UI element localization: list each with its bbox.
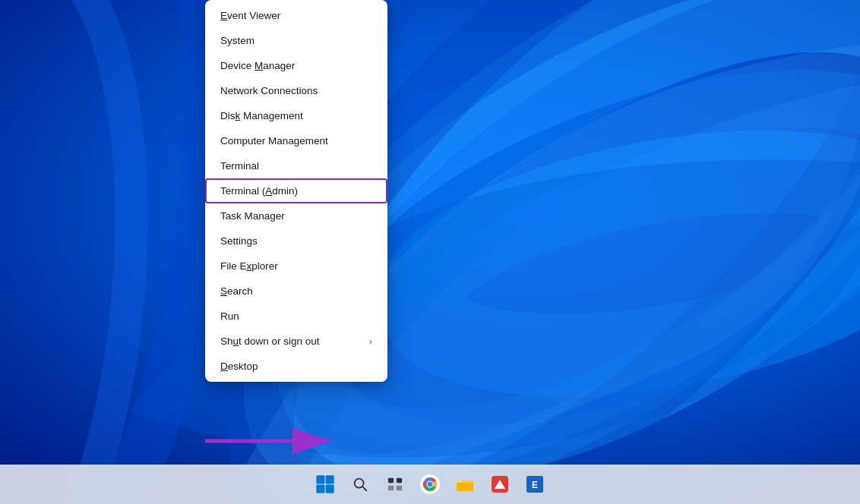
menu-item-label: Run bbox=[220, 310, 239, 322]
taskbar: E bbox=[0, 465, 860, 504]
menu-item-label: Event Viewer bbox=[220, 10, 280, 21]
file-explorer-button[interactable] bbox=[448, 468, 482, 501]
menu-item-disk-management[interactable]: Disk Management bbox=[205, 103, 387, 128]
menu-item-label: System bbox=[220, 35, 255, 46]
menu-item-device-manager[interactable]: Device Manager bbox=[205, 53, 387, 78]
menu-item-label: Settings bbox=[220, 235, 258, 247]
menu-item-label: Terminal (Admin) bbox=[220, 185, 298, 197]
menu-item-system[interactable]: System bbox=[205, 28, 387, 53]
menu-item-label: Shut down or sign out bbox=[220, 335, 320, 347]
menu-item-label: Task Manager bbox=[220, 210, 285, 222]
menu-item-computer-management[interactable]: Computer Management bbox=[205, 128, 387, 153]
menu-item-desktop[interactable]: Desktop bbox=[205, 354, 387, 379]
task-view-button[interactable] bbox=[378, 468, 412, 501]
file-explorer-icon bbox=[455, 474, 475, 494]
arrow-annotation bbox=[198, 414, 349, 463]
app2-button[interactable]: E bbox=[518, 468, 552, 501]
app1-button[interactable] bbox=[483, 468, 517, 501]
menu-item-label: Device Manager bbox=[220, 60, 295, 71]
menu-item-label: Disk Management bbox=[220, 110, 303, 121]
svg-rect-17 bbox=[397, 478, 402, 483]
app2-icon: E bbox=[525, 474, 545, 494]
search-icon bbox=[352, 476, 368, 493]
start-button[interactable] bbox=[308, 468, 342, 501]
menu-item-task-manager[interactable]: Task Manager bbox=[205, 203, 387, 228]
svg-rect-11 bbox=[326, 475, 334, 484]
menu-item-file-explorer[interactable]: File Explorer bbox=[205, 254, 387, 279]
menu-item-event-viewer[interactable]: Event Viewer bbox=[205, 3, 387, 28]
menu-item-label: Desktop bbox=[220, 361, 258, 372]
desktop: Event Viewer System Device Manager Netwo… bbox=[0, 0, 860, 504]
svg-rect-18 bbox=[388, 486, 394, 490]
search-button[interactable] bbox=[343, 468, 377, 501]
menu-item-search[interactable]: Search bbox=[205, 279, 387, 304]
svg-rect-13 bbox=[326, 485, 334, 493]
desktop-wallpaper bbox=[0, 0, 860, 504]
menu-item-terminal-admin[interactable]: Terminal (Admin) bbox=[205, 178, 387, 203]
menu-item-label: Network Connections bbox=[220, 85, 318, 96]
chrome-icon bbox=[420, 474, 440, 494]
menu-item-settings[interactable]: Settings bbox=[205, 228, 387, 254]
svg-point-23 bbox=[428, 482, 433, 487]
menu-item-label: Search bbox=[220, 285, 253, 297]
submenu-arrow-icon: › bbox=[369, 336, 372, 347]
menu-item-label: Terminal bbox=[220, 160, 259, 172]
chrome-button[interactable] bbox=[413, 468, 447, 501]
svg-text:E: E bbox=[532, 480, 538, 490]
task-view-icon bbox=[387, 476, 403, 493]
svg-rect-16 bbox=[388, 478, 394, 483]
svg-rect-12 bbox=[316, 485, 324, 493]
svg-rect-10 bbox=[316, 475, 324, 484]
windows-logo-icon bbox=[315, 474, 336, 495]
menu-item-label: File Explorer bbox=[220, 260, 278, 272]
menu-item-terminal[interactable]: Terminal bbox=[205, 153, 387, 178]
context-menu: Event Viewer System Device Manager Netwo… bbox=[205, 0, 387, 382]
taskbar-icons: E bbox=[308, 468, 552, 501]
menu-item-label: Computer Management bbox=[220, 135, 328, 146]
app1-icon bbox=[490, 474, 510, 494]
svg-rect-25 bbox=[457, 483, 473, 491]
svg-line-15 bbox=[362, 487, 366, 490]
menu-item-run[interactable]: Run bbox=[205, 304, 387, 329]
menu-item-shut-down[interactable]: Shut down or sign out › bbox=[205, 329, 387, 354]
svg-rect-19 bbox=[397, 486, 402, 490]
menu-item-network-connections[interactable]: Network Connections bbox=[205, 78, 387, 103]
